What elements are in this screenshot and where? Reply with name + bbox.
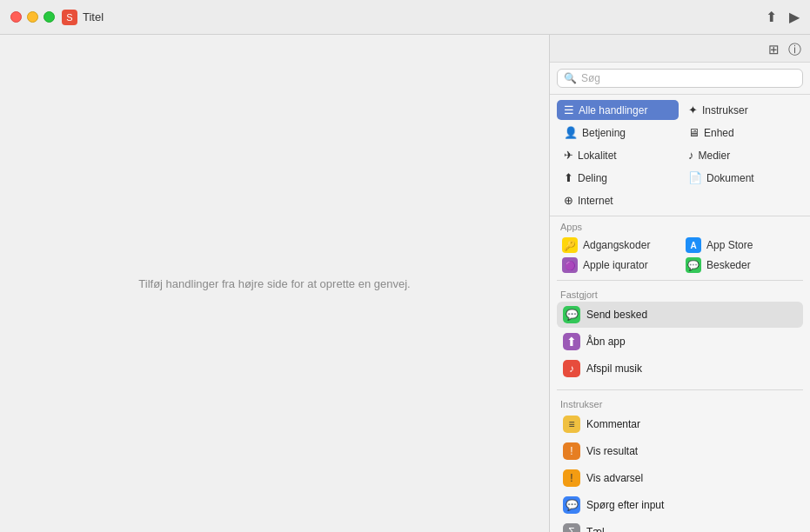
right-header: ⊞ ⓘ [550, 35, 810, 63]
list-item-afspil-musik[interactable]: ♪ Afspil musik [557, 356, 803, 382]
list-item-send-besked[interactable]: 💬 Send besked [557, 302, 803, 328]
category-enhed-label: Enhed [704, 127, 734, 139]
category-instrukser[interactable]: ✦ Instrukser [681, 100, 803, 120]
list-item-kommentar[interactable]: ≡ Kommentar [557, 411, 803, 437]
list-item-abn-app[interactable]: ⬆ Åbn app [557, 329, 803, 355]
app-appstore[interactable]: A App Store [680, 234, 803, 256]
category-betjening-label: Betjening [582, 127, 626, 139]
medier-icon: ♪ [688, 149, 694, 162]
search-bar: 🔍 [550, 63, 810, 95]
search-input[interactable] [581, 72, 796, 84]
category-medier-label: Medier [699, 150, 731, 162]
divider-2 [557, 389, 803, 390]
beskeder-label: Beskeder [706, 259, 751, 271]
list-item-tael[interactable]: Σ Tæl [557, 519, 803, 532]
app-icon: S [62, 10, 77, 25]
category-instrukser-label: Instrukser [702, 104, 748, 116]
category-alle-label: Alle handlinger [579, 104, 647, 116]
category-betjening[interactable]: 👤 Betjening [557, 123, 679, 143]
category-internet-label: Internet [578, 195, 613, 207]
app-adgangskoder[interactable]: 🔑 Adgangskoder [557, 234, 679, 256]
app-apple-iqurator[interactable]: 🟣 Apple iqurator [557, 257, 679, 273]
list-item-sporg-efter-input[interactable]: 💬 Spørg efter input [557, 492, 803, 518]
search-icon: 🔍 [564, 72, 577, 84]
scroll-area[interactable]: Apps 🔑 Adgangskoder A App Store 🟣 Apple … [550, 216, 810, 532]
category-dokument-label: Dokument [706, 172, 754, 184]
adgangskoder-icon: 🔑 [562, 237, 578, 253]
vis-advarsel-icon: ! [563, 469, 580, 487]
appstore-label: App Store [706, 239, 753, 251]
close-button[interactable] [10, 11, 22, 23]
category-deling[interactable]: ⬆ Deling [557, 168, 679, 188]
deling-icon: ⬆ [564, 171, 573, 184]
vis-resultat-label: Vis resultat [586, 445, 638, 457]
vis-resultat-icon: ! [563, 442, 580, 460]
category-lokalitet-label: Lokalitet [578, 150, 617, 162]
tael-icon: Σ [563, 523, 580, 532]
category-deling-label: Deling [578, 172, 607, 184]
main-area: Tilføj handlinger fra højre side for at … [0, 35, 810, 532]
search-input-wrap: 🔍 [557, 69, 803, 88]
left-panel: Tilføj handlinger fra højre side for at … [0, 35, 549, 532]
title-bar-actions: ⬆ ▶ [766, 9, 800, 25]
afspil-musik-label: Afspil musik [586, 362, 642, 375]
instrukser-icon: ✦ [688, 103, 698, 116]
category-enhed[interactable]: 🖥 Enhed [681, 123, 803, 143]
vis-advarsel-label: Vis advarsel [586, 472, 643, 484]
abn-app-icon: ⬆ [563, 333, 580, 350]
apple-iqurator-icon: 🟣 [562, 257, 578, 273]
left-panel-hint: Tilføj handlinger fra højre side for at … [138, 277, 410, 290]
internet-icon: ⊕ [564, 194, 573, 207]
apple-iqurator-label: Apple iqurator [583, 259, 648, 271]
category-alle[interactable]: ☰ Alle handlinger [557, 100, 679, 120]
divider-1 [557, 280, 803, 281]
abn-app-label: Åbn app [586, 336, 626, 348]
instrukser-list: ≡ Kommentar ! Vis resultat ! Vis advarse… [550, 411, 810, 532]
category-medier[interactable]: ♪ Medier [681, 145, 803, 165]
appstore-icon: A [686, 237, 701, 253]
fastgjort-section-label: Fastgjort [550, 284, 810, 302]
adgangskoder-label: Adgangskoder [583, 239, 650, 251]
apps-section-label: Apps [550, 216, 810, 234]
betjening-icon: 👤 [564, 126, 578, 139]
dokument-icon: 📄 [688, 171, 702, 184]
list-item-vis-resultat[interactable]: ! Vis resultat [557, 438, 803, 464]
sporg-efter-input-label: Spørg efter input [586, 499, 664, 511]
beskeder-icon: 💬 [686, 257, 701, 273]
traffic-lights [10, 11, 55, 23]
enhed-icon: 🖥 [688, 126, 700, 139]
category-dokument[interactable]: 📄 Dokument [681, 168, 803, 188]
add-shortcuts-icon[interactable]: ⊞ [768, 42, 780, 58]
title-bar: S Titel ⬆ ▶ [0, 0, 810, 35]
apps-grid: 🔑 Adgangskoder A App Store 🟣 Apple iqura… [550, 234, 810, 276]
kommentar-icon: ≡ [563, 416, 580, 433]
list-item-vis-advarsel[interactable]: ! Vis advarsel [557, 465, 803, 491]
kommentar-label: Kommentar [586, 418, 640, 430]
send-besked-label: Send besked [586, 309, 647, 321]
sporg-efter-input-icon: 💬 [563, 496, 580, 514]
fastgjort-list: 💬 Send besked ⬆ Åbn app ♪ Afspil musik [550, 302, 810, 386]
info-icon[interactable]: ⓘ [788, 42, 801, 58]
share-icon[interactable]: ⬆ [766, 9, 777, 25]
tael-label: Tæl [586, 526, 605, 532]
minimize-button[interactable] [27, 11, 38, 23]
alle-icon: ☰ [564, 103, 574, 116]
right-panel: ⊞ ⓘ 🔍 ☰ Alle handlinger ✦ Instrukser 👤 B… [549, 35, 810, 532]
send-besked-icon: 💬 [563, 306, 580, 323]
app-beskeder[interactable]: 💬 Beskeder [680, 257, 803, 273]
maximize-button[interactable] [44, 11, 55, 23]
afspil-musik-icon: ♪ [563, 360, 580, 377]
window-title: Titel [83, 10, 104, 23]
instrukser-section-label: Instrukser [550, 394, 810, 411]
category-grid: ☰ Alle handlinger ✦ Instrukser 👤 Betjeni… [550, 95, 810, 216]
lokalitet-icon: ✈ [564, 149, 573, 162]
category-lokalitet[interactable]: ✈ Lokalitet [557, 145, 679, 165]
category-internet[interactable]: ⊕ Internet [557, 190, 679, 210]
play-icon[interactable]: ▶ [789, 9, 800, 25]
